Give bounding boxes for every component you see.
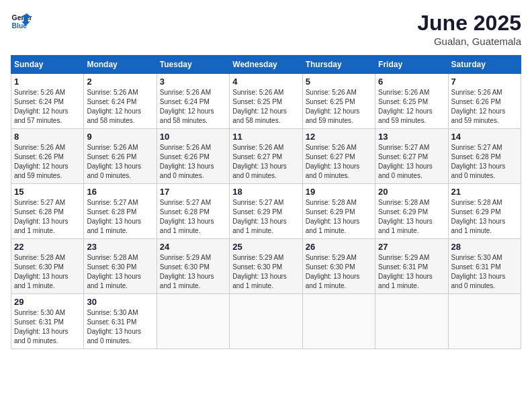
day-number: 21 bbox=[451, 187, 518, 197]
calendar-day-cell: 9Sunrise: 5:26 AMSunset: 6:26 PMDaylight… bbox=[84, 129, 157, 184]
calendar-day-cell: 26Sunrise: 5:29 AMSunset: 6:30 PMDayligh… bbox=[302, 239, 375, 294]
day-info: Sunrise: 5:26 AMSunset: 6:24 PMDaylight:… bbox=[87, 88, 153, 126]
day-info: Sunrise: 5:27 AMSunset: 6:28 PMDaylight:… bbox=[87, 198, 153, 236]
day-number: 26 bbox=[306, 242, 372, 252]
day-number: 5 bbox=[306, 77, 372, 87]
calendar-week-row: 1Sunrise: 5:26 AMSunset: 6:24 PMDaylight… bbox=[11, 74, 521, 129]
day-info: Sunrise: 5:30 AMSunset: 6:31 PMDaylight:… bbox=[451, 253, 518, 291]
day-number: 25 bbox=[232, 242, 299, 252]
title-area: June 2025 Gualan, Guatemala bbox=[417, 11, 521, 47]
calendar-day-cell bbox=[302, 294, 375, 349]
weekday-header-wednesday: Wednesday bbox=[230, 56, 302, 74]
calendar-day-cell bbox=[230, 294, 302, 349]
day-info: Sunrise: 5:26 AMSunset: 6:25 PMDaylight:… bbox=[378, 88, 445, 126]
weekday-header-tuesday: Tuesday bbox=[157, 56, 229, 74]
day-number: 22 bbox=[14, 242, 81, 252]
day-number: 27 bbox=[378, 242, 445, 252]
day-info: Sunrise: 5:28 AMSunset: 6:30 PMDaylight:… bbox=[87, 253, 153, 291]
day-number: 30 bbox=[87, 297, 153, 307]
calendar-week-row: 15Sunrise: 5:27 AMSunset: 6:28 PMDayligh… bbox=[11, 184, 521, 239]
day-info: Sunrise: 5:28 AMSunset: 6:29 PMDaylight:… bbox=[306, 198, 372, 236]
day-number: 6 bbox=[378, 77, 445, 87]
calendar-day-cell: 30Sunrise: 5:30 AMSunset: 6:31 PMDayligh… bbox=[84, 294, 157, 349]
calendar-day-cell: 7Sunrise: 5:26 AMSunset: 6:26 PMDaylight… bbox=[448, 74, 521, 129]
calendar-day-cell: 16Sunrise: 5:27 AMSunset: 6:28 PMDayligh… bbox=[84, 184, 157, 239]
calendar-week-row: 8Sunrise: 5:26 AMSunset: 6:26 PMDaylight… bbox=[11, 129, 521, 184]
calendar-day-cell: 27Sunrise: 5:29 AMSunset: 6:31 PMDayligh… bbox=[375, 239, 448, 294]
calendar-day-cell bbox=[448, 294, 521, 349]
day-info: Sunrise: 5:29 AMSunset: 6:30 PMDaylight:… bbox=[306, 253, 372, 291]
day-number: 10 bbox=[160, 132, 226, 142]
day-number: 7 bbox=[451, 77, 518, 87]
calendar-day-cell: 20Sunrise: 5:28 AMSunset: 6:29 PMDayligh… bbox=[375, 184, 448, 239]
calendar-day-cell bbox=[375, 294, 448, 349]
day-info: Sunrise: 5:26 AMSunset: 6:24 PMDaylight:… bbox=[14, 88, 81, 126]
day-info: Sunrise: 5:28 AMSunset: 6:29 PMDaylight:… bbox=[378, 198, 445, 236]
day-info: Sunrise: 5:30 AMSunset: 6:31 PMDaylight:… bbox=[14, 308, 81, 346]
logo: General Blue bbox=[11, 11, 32, 32]
day-number: 29 bbox=[14, 297, 81, 307]
calendar-day-cell: 3Sunrise: 5:26 AMSunset: 6:24 PMDaylight… bbox=[157, 74, 229, 129]
calendar-day-cell: 8Sunrise: 5:26 AMSunset: 6:26 PMDaylight… bbox=[11, 129, 84, 184]
day-number: 16 bbox=[87, 187, 153, 197]
day-info: Sunrise: 5:26 AMSunset: 6:27 PMDaylight:… bbox=[306, 143, 372, 181]
weekday-header-saturday: Saturday bbox=[448, 56, 521, 74]
day-info: Sunrise: 5:28 AMSunset: 6:30 PMDaylight:… bbox=[14, 253, 81, 291]
calendar-day-cell: 10Sunrise: 5:26 AMSunset: 6:26 PMDayligh… bbox=[157, 129, 229, 184]
calendar-day-cell: 14Sunrise: 5:27 AMSunset: 6:28 PMDayligh… bbox=[448, 129, 521, 184]
calendar-day-cell: 1Sunrise: 5:26 AMSunset: 6:24 PMDaylight… bbox=[11, 74, 84, 129]
logo-icon: General Blue bbox=[11, 11, 32, 32]
day-number: 23 bbox=[87, 242, 153, 252]
calendar-day-cell: 13Sunrise: 5:27 AMSunset: 6:27 PMDayligh… bbox=[375, 129, 448, 184]
calendar-day-cell: 24Sunrise: 5:29 AMSunset: 6:30 PMDayligh… bbox=[157, 239, 229, 294]
day-number: 3 bbox=[160, 77, 226, 87]
calendar-day-cell: 18Sunrise: 5:27 AMSunset: 6:29 PMDayligh… bbox=[230, 184, 302, 239]
day-info: Sunrise: 5:26 AMSunset: 6:25 PMDaylight:… bbox=[232, 88, 299, 126]
day-number: 24 bbox=[160, 242, 226, 252]
day-number: 4 bbox=[232, 77, 299, 87]
calendar-header-row: SundayMondayTuesdayWednesdayThursdayFrid… bbox=[11, 56, 521, 74]
day-info: Sunrise: 5:28 AMSunset: 6:29 PMDaylight:… bbox=[451, 198, 518, 236]
day-number: 12 bbox=[306, 132, 372, 142]
calendar-day-cell: 28Sunrise: 5:30 AMSunset: 6:31 PMDayligh… bbox=[448, 239, 521, 294]
calendar-day-cell: 11Sunrise: 5:26 AMSunset: 6:27 PMDayligh… bbox=[230, 129, 302, 184]
day-info: Sunrise: 5:26 AMSunset: 6:26 PMDaylight:… bbox=[451, 88, 518, 126]
calendar-day-cell: 23Sunrise: 5:28 AMSunset: 6:30 PMDayligh… bbox=[84, 239, 157, 294]
weekday-header-thursday: Thursday bbox=[302, 56, 375, 74]
calendar-day-cell: 22Sunrise: 5:28 AMSunset: 6:30 PMDayligh… bbox=[11, 239, 84, 294]
day-info: Sunrise: 5:29 AMSunset: 6:30 PMDaylight:… bbox=[232, 253, 299, 291]
day-number: 18 bbox=[232, 187, 299, 197]
day-info: Sunrise: 5:26 AMSunset: 6:26 PMDaylight:… bbox=[160, 143, 226, 181]
month-title: June 2025 bbox=[417, 11, 521, 36]
calendar-week-row: 22Sunrise: 5:28 AMSunset: 6:30 PMDayligh… bbox=[11, 239, 521, 294]
day-info: Sunrise: 5:26 AMSunset: 6:27 PMDaylight:… bbox=[232, 143, 299, 181]
day-info: Sunrise: 5:27 AMSunset: 6:27 PMDaylight:… bbox=[378, 143, 445, 181]
day-number: 14 bbox=[451, 132, 518, 142]
calendar-day-cell bbox=[157, 294, 229, 349]
calendar-day-cell: 21Sunrise: 5:28 AMSunset: 6:29 PMDayligh… bbox=[448, 184, 521, 239]
calendar-day-cell: 5Sunrise: 5:26 AMSunset: 6:25 PMDaylight… bbox=[302, 74, 375, 129]
day-number: 19 bbox=[306, 187, 372, 197]
day-number: 2 bbox=[87, 77, 153, 87]
day-number: 20 bbox=[378, 187, 445, 197]
weekday-header-friday: Friday bbox=[375, 56, 448, 74]
calendar-day-cell: 12Sunrise: 5:26 AMSunset: 6:27 PMDayligh… bbox=[302, 129, 375, 184]
calendar-day-cell: 15Sunrise: 5:27 AMSunset: 6:28 PMDayligh… bbox=[11, 184, 84, 239]
day-number: 13 bbox=[378, 132, 445, 142]
weekday-header-monday: Monday bbox=[84, 56, 157, 74]
calendar-day-cell: 2Sunrise: 5:26 AMSunset: 6:24 PMDaylight… bbox=[84, 74, 157, 129]
page-header: General Blue June 2025 Gualan, Guatemala bbox=[11, 11, 521, 47]
calendar-week-row: 29Sunrise: 5:30 AMSunset: 6:31 PMDayligh… bbox=[11, 294, 521, 349]
day-info: Sunrise: 5:27 AMSunset: 6:28 PMDaylight:… bbox=[160, 198, 226, 236]
day-number: 17 bbox=[160, 187, 226, 197]
day-number: 28 bbox=[451, 242, 518, 252]
calendar-day-cell: 6Sunrise: 5:26 AMSunset: 6:25 PMDaylight… bbox=[375, 74, 448, 129]
day-info: Sunrise: 5:27 AMSunset: 6:29 PMDaylight:… bbox=[232, 198, 299, 236]
day-info: Sunrise: 5:26 AMSunset: 6:26 PMDaylight:… bbox=[87, 143, 153, 181]
calendar-day-cell: 25Sunrise: 5:29 AMSunset: 6:30 PMDayligh… bbox=[230, 239, 302, 294]
calendar-day-cell: 4Sunrise: 5:26 AMSunset: 6:25 PMDaylight… bbox=[230, 74, 302, 129]
day-info: Sunrise: 5:26 AMSunset: 6:24 PMDaylight:… bbox=[160, 88, 226, 126]
day-info: Sunrise: 5:26 AMSunset: 6:26 PMDaylight:… bbox=[14, 143, 81, 181]
day-info: Sunrise: 5:27 AMSunset: 6:28 PMDaylight:… bbox=[451, 143, 518, 181]
day-number: 11 bbox=[232, 132, 299, 142]
